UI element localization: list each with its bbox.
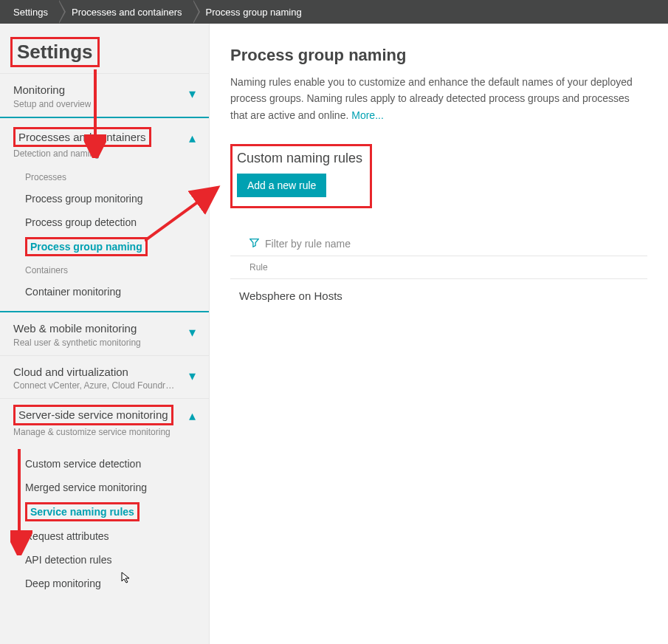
filter-placeholder: Filter by rule name <box>265 238 351 250</box>
breadcrumb-item-current: Process group naming <box>193 0 312 24</box>
settings-sidebar: Settings Monitoring Setup and overview P… <box>0 24 210 644</box>
sidebar-item-request-attributes[interactable]: Request attributes <box>0 524 209 548</box>
page-description: Naming rules enable you to customize and… <box>230 74 647 123</box>
sidebar-item-merged-service-monitoring[interactable]: Merged service monitoring <box>0 476 209 499</box>
sidebar-item-process-group-monitoring[interactable]: Process group monitoring <box>0 187 209 210</box>
page-title: Process group naming <box>230 46 647 65</box>
sidebar-section-web-mobile[interactable]: Web & mobile monitoring Real user & synt… <box>0 311 209 355</box>
sidebar-section-cloud-virtualization[interactable]: Cloud and virtualization Connect vCenter… <box>0 355 209 399</box>
chevron-down-icon <box>189 369 196 383</box>
sidebar-item-custom-service-detection[interactable]: Custom service detection <box>0 452 209 476</box>
sidebar-section-processes-containers[interactable]: Processes and containers Detection and n… <box>0 117 209 312</box>
sidebar-title: Settings <box>10 37 100 67</box>
filter-icon <box>249 238 259 250</box>
section-subtitle: Setup and overview <box>13 99 91 109</box>
section-title: Processes and containers <box>18 131 146 143</box>
sidebar-item-deep-monitoring[interactable]: Deep monitoring <box>0 572 209 595</box>
section-title: Web & mobile monitoring <box>13 321 141 336</box>
section-subtitle: Manage & customize service monitoring <box>13 427 173 437</box>
section-title: Server-side service monitoring <box>18 408 168 421</box>
custom-naming-rules-card: Custom naming rules Add a new rule <box>230 144 372 208</box>
chevron-up-icon <box>189 409 196 422</box>
custom-naming-rules-heading: Custom naming rules <box>237 151 362 166</box>
breadcrumb: Settings Processes and containers Proces… <box>0 0 668 24</box>
chevron-down-icon <box>189 326 196 339</box>
section-subtitle: Detection and naming <box>13 148 151 159</box>
chevron-up-icon <box>189 131 196 145</box>
cursor-icon <box>121 572 133 586</box>
table-row[interactable]: Websphere on Hosts <box>230 279 647 312</box>
subhead-processes: Processes <box>0 166 209 187</box>
section-subtitle: Real user & synthetic monitoring <box>13 338 141 348</box>
section-subtitle: Connect vCenter, Azure, Cloud Foundry, K… <box>13 380 176 391</box>
sidebar-item-process-group-detection[interactable]: Process group detection <box>0 210 209 234</box>
sidebar-item-api-detection-rules[interactable]: API detection rules <box>0 548 209 572</box>
chevron-down-icon <box>189 87 196 100</box>
main-content: Process group naming Naming rules enable… <box>210 24 668 644</box>
sidebar-section-server-side[interactable]: Server-side service monitoring Manage & … <box>0 398 209 603</box>
add-new-rule-button[interactable]: Add a new rule <box>237 174 326 197</box>
filter-row[interactable]: Filter by rule name <box>230 233 647 256</box>
sidebar-item-process-group-naming[interactable]: Process group naming <box>0 234 209 259</box>
sidebar-item-service-naming-rules[interactable]: Service naming rules <box>0 499 209 524</box>
subhead-containers: Containers <box>0 259 209 280</box>
breadcrumb-item-settings[interactable]: Settings <box>0 0 58 24</box>
more-link[interactable]: More... <box>351 109 384 121</box>
sidebar-item-container-monitoring[interactable]: Container monitoring <box>0 280 209 304</box>
section-title: Monitoring <box>13 83 91 97</box>
sidebar-section-monitoring[interactable]: Monitoring Setup and overview <box>0 73 209 117</box>
section-title: Cloud and virtualization <box>13 365 176 380</box>
breadcrumb-item-processes[interactable]: Processes and containers <box>58 0 193 24</box>
table-column-header: Rule <box>230 256 647 279</box>
